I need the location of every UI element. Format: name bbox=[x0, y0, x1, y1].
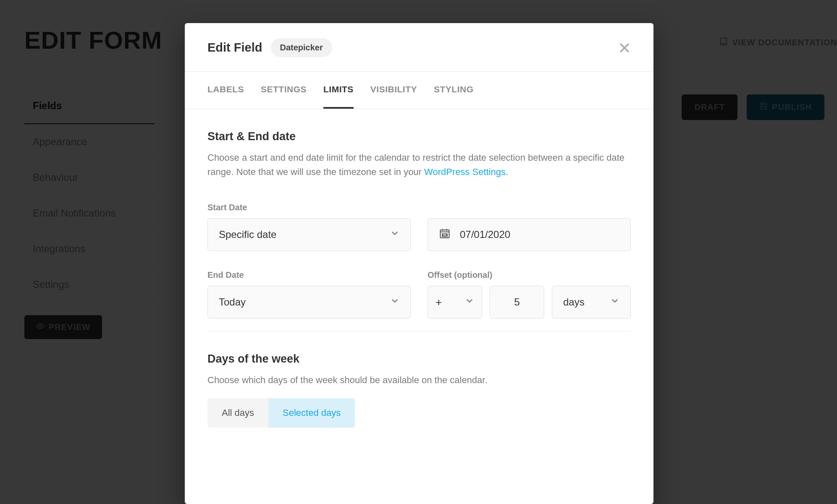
modal-body: Start & End date Choose a start and end … bbox=[185, 109, 653, 504]
offset-number-input[interactable]: 5 bbox=[490, 286, 544, 319]
offset-controls: + 5 days bbox=[428, 286, 631, 319]
start-date-label: Start Date bbox=[207, 203, 411, 212]
end-date-mode-value: Today bbox=[219, 296, 246, 308]
tab-limits[interactable]: LIMITS bbox=[323, 72, 354, 109]
start-date-mode-value: Specific date bbox=[219, 229, 276, 240]
start-date-value: 07/01/2020 bbox=[460, 229, 510, 240]
end-date-mode-select[interactable]: Today bbox=[207, 286, 411, 319]
offset-sign-select[interactable]: + bbox=[428, 286, 482, 319]
end-date-row: End Date Today Offset (optional) + bbox=[207, 270, 631, 319]
end-date-label: End Date bbox=[207, 270, 411, 280]
offset-sign-value: + bbox=[436, 296, 442, 309]
section-start-end-title: Start & End date bbox=[207, 130, 631, 143]
modal-title: Edit Field bbox=[207, 41, 262, 55]
svg-text:31: 31 bbox=[443, 234, 446, 237]
calendar-icon: 31 bbox=[439, 227, 451, 242]
days-toggle-group: All days Selected days bbox=[207, 398, 355, 428]
start-date-input[interactable]: 31 07/01/2020 bbox=[428, 218, 631, 251]
chevron-down-icon bbox=[390, 229, 399, 240]
tab-labels[interactable]: LABELS bbox=[207, 72, 244, 109]
chevron-down-icon bbox=[390, 296, 399, 308]
start-date-row: Start Date Specific date 31 07/01/2020 bbox=[207, 203, 631, 251]
modal-header: Edit Field Datepicker bbox=[185, 23, 653, 72]
offset-unit-value: days bbox=[563, 296, 585, 308]
wordpress-settings-link[interactable]: WordPress Settings bbox=[424, 167, 506, 177]
offset-number-value: 5 bbox=[514, 296, 520, 308]
modal-tabs: LABELS SETTINGS LIMITS VISIBILITY STYLIN… bbox=[185, 72, 653, 109]
offset-unit-select[interactable]: days bbox=[552, 286, 631, 319]
desc-text: Choose a start and end date limit for th… bbox=[207, 152, 624, 177]
chevron-down-icon bbox=[465, 296, 474, 308]
section-days-title: Days of the week bbox=[207, 353, 631, 366]
offset-label: Offset (optional) bbox=[428, 270, 631, 280]
close-button[interactable] bbox=[618, 42, 631, 54]
section-start-end-desc: Choose a start and end date limit for th… bbox=[207, 151, 631, 179]
field-type-badge: Datepicker bbox=[271, 38, 332, 57]
toggle-selected-days[interactable]: Selected days bbox=[268, 398, 355, 428]
chevron-down-icon bbox=[610, 296, 619, 308]
tab-visibility[interactable]: VISIBILITY bbox=[370, 72, 417, 109]
tab-styling[interactable]: STYLING bbox=[434, 72, 474, 109]
start-date-mode-select[interactable]: Specific date bbox=[207, 218, 411, 251]
spacer-label bbox=[428, 203, 631, 212]
edit-field-modal: Edit Field Datepicker LABELS SETTINGS LI… bbox=[185, 23, 653, 504]
section-days-desc: Choose which days of the week should be … bbox=[207, 373, 631, 387]
desc-text-after: . bbox=[506, 167, 508, 177]
close-icon bbox=[618, 48, 631, 55]
section-divider bbox=[207, 331, 631, 332]
tab-settings[interactable]: SETTINGS bbox=[261, 72, 307, 109]
toggle-all-days[interactable]: All days bbox=[207, 398, 268, 428]
